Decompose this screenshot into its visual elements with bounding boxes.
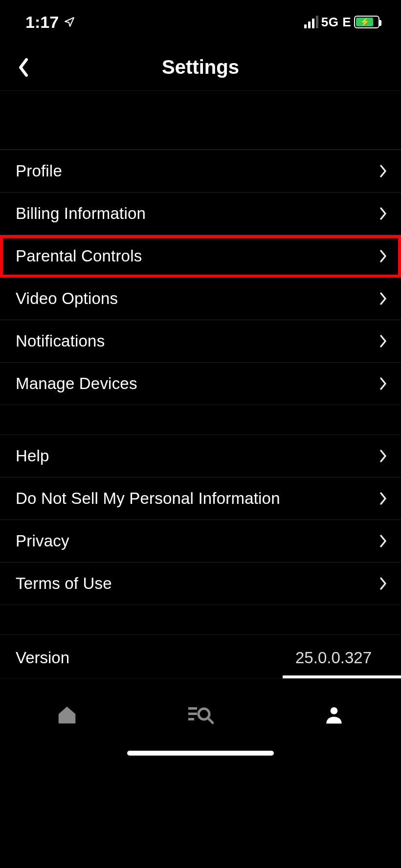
settings-row-label: Privacy bbox=[16, 532, 69, 550]
header-spacer bbox=[0, 91, 401, 150]
chevron-right-icon bbox=[379, 334, 387, 348]
chevron-right-icon bbox=[379, 492, 387, 505]
tab-bar bbox=[0, 678, 401, 751]
back-button[interactable] bbox=[9, 53, 38, 82]
status-bar: 1:17 5G E ⚡ bbox=[0, 0, 401, 44]
tab-browse[interactable] bbox=[134, 679, 267, 751]
settings-row-label: Notifications bbox=[16, 332, 105, 350]
settings-section: ProfileBilling InformationParental Contr… bbox=[0, 150, 401, 405]
version-value: 25.0.0.327 bbox=[295, 649, 372, 667]
svg-rect-1 bbox=[188, 713, 197, 715]
settings-section: HelpDo Not Sell My Personal InformationP… bbox=[0, 434, 401, 605]
settings-row-help[interactable]: Help bbox=[0, 435, 401, 477]
chevron-right-icon bbox=[379, 377, 387, 391]
settings-row-notifications[interactable]: Notifications bbox=[0, 320, 401, 363]
chevron-right-icon bbox=[379, 577, 387, 590]
bolt-icon: ⚡ bbox=[360, 18, 370, 26]
cellular-signal-icon bbox=[304, 16, 318, 28]
chevron-right-icon bbox=[379, 534, 387, 548]
settings-row-label: Help bbox=[16, 447, 49, 465]
settings-row-parental-controls[interactable]: Parental Controls bbox=[0, 235, 401, 278]
list-search-icon bbox=[187, 704, 214, 726]
home-indicator[interactable] bbox=[127, 751, 274, 756]
settings-row-label: Billing Information bbox=[16, 204, 146, 223]
svg-rect-0 bbox=[188, 707, 197, 710]
network-label: 5G E bbox=[321, 15, 351, 30]
section-gap bbox=[0, 405, 401, 434]
settings-row-label: Parental Controls bbox=[16, 247, 142, 265]
tab-account[interactable] bbox=[267, 679, 401, 751]
home-icon bbox=[56, 704, 78, 726]
page-title: Settings bbox=[162, 56, 239, 78]
settings-row-manage-devices[interactable]: Manage Devices bbox=[0, 363, 401, 405]
settings-row-privacy[interactable]: Privacy bbox=[0, 520, 401, 563]
status-right: 5G E ⚡ bbox=[304, 15, 379, 30]
chevron-right-icon bbox=[379, 292, 387, 305]
chevron-left-icon bbox=[17, 57, 30, 78]
settings-row-label: Terms of Use bbox=[16, 574, 112, 593]
svg-point-5 bbox=[331, 707, 338, 714]
chevron-right-icon bbox=[379, 249, 387, 263]
nav-header: Settings bbox=[0, 44, 401, 91]
status-time: 1:17 bbox=[25, 13, 59, 32]
status-left: 1:17 bbox=[25, 13, 75, 32]
settings-row-label: Video Options bbox=[16, 289, 118, 308]
chevron-right-icon bbox=[379, 164, 387, 178]
location-icon bbox=[64, 13, 75, 32]
person-icon bbox=[324, 705, 344, 725]
version-row: Version 25.0.0.327 bbox=[0, 634, 401, 681]
settings-row-video-options[interactable]: Video Options bbox=[0, 278, 401, 320]
battery-icon: ⚡ bbox=[354, 16, 379, 28]
settings-row-label: Do Not Sell My Personal Information bbox=[16, 489, 280, 508]
settings-row-billing-information[interactable]: Billing Information bbox=[0, 193, 401, 235]
svg-line-4 bbox=[208, 718, 213, 723]
chevron-right-icon bbox=[379, 207, 387, 220]
svg-rect-2 bbox=[188, 718, 194, 720]
settings-row-terms-of-use[interactable]: Terms of Use bbox=[0, 563, 401, 605]
settings-row-label: Profile bbox=[16, 162, 62, 180]
tab-home[interactable] bbox=[0, 679, 134, 751]
settings-row-profile[interactable]: Profile bbox=[0, 150, 401, 193]
settings-row-do-not-sell-my-personal-information[interactable]: Do Not Sell My Personal Information bbox=[0, 477, 401, 520]
footer-gap bbox=[0, 605, 401, 634]
version-label: Version bbox=[16, 649, 69, 667]
chevron-right-icon bbox=[379, 449, 387, 463]
settings-row-label: Manage Devices bbox=[16, 374, 137, 393]
